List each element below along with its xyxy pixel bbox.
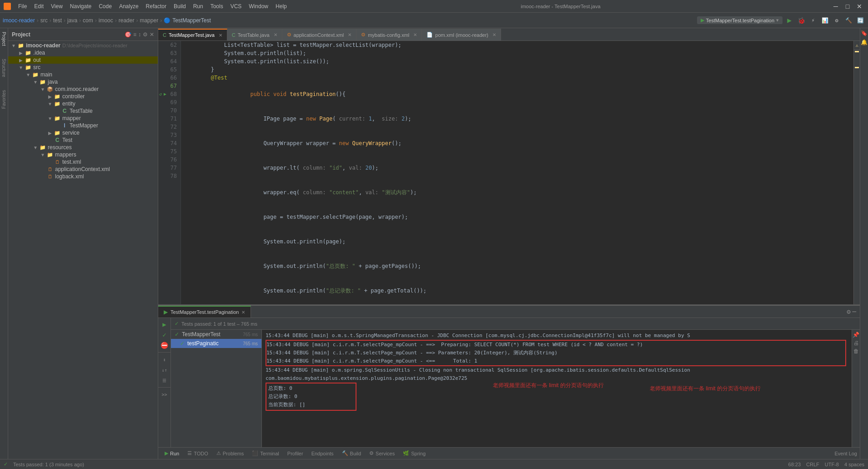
run-btn[interactable]: ▶ [784,15,794,25]
tree-mapper[interactable]: ▼ 📁 mapper [8,115,158,122]
bottom-tab-endpoints[interactable]: Endpoints [308,450,337,457]
tree-idea[interactable]: ▶ 📁 .idea [8,49,158,56]
panel-locate-icon[interactable]: 🎯 [125,31,131,38]
tree-entity[interactable]: ▼ 📁 entity [8,100,158,107]
update-btn[interactable]: 🔄 [855,15,865,25]
bc-java[interactable]: java [67,17,77,24]
menu-vcs[interactable]: VCS [227,2,246,10]
tab-appctx[interactable]: ⚙ applicationContext.xml ✕ [282,29,357,40]
tab-close-3[interactable]: ✕ [348,32,351,37]
run-output[interactable]: 15:43:44 DEBUG [main] o.m.s.t.SpringMana… [262,330,852,447]
run-config-label[interactable]: TestMapperTest.testPagination [706,18,774,23]
tree-test-class[interactable]: C Test [8,136,158,144]
bottom-tab-problems[interactable]: ⚠ Problems [213,449,247,457]
debug-btn[interactable]: 🐞 [796,15,806,25]
tree-java[interactable]: ▼ 📁 java [8,78,158,86]
breadcrumb-root[interactable]: imooc-reader [3,17,35,24]
tab-close-4[interactable]: ✕ [413,32,417,37]
status-crlf[interactable]: CRLF [806,462,819,467]
tab-testmappertest[interactable]: C TestMapperTest.java ✕ [158,29,227,40]
run-panel-gear-icon[interactable]: ⚙ [847,308,850,315]
bottom-tab-build[interactable]: 🔨 Build [338,449,365,457]
tree-testmapper[interactable]: I TestMapper [8,122,158,129]
tab-testtable[interactable]: C TestTable.java ✕ [227,29,282,40]
panel-close-icon[interactable]: ✕ [150,31,154,38]
menu-refactor[interactable]: Refactor [142,2,170,10]
run-more-btn[interactable]: >> [160,390,169,399]
bookmark-icon[interactable]: 🔖 [861,30,868,36]
maximize-btn[interactable]: □ [843,1,853,11]
bottom-tab-spring[interactable]: 🌿 Spring [399,449,429,457]
menu-tools[interactable]: Tools [207,2,227,10]
panel-print-icon[interactable]: 🖨 [853,340,859,346]
panel-collapse-icon[interactable]: ≡ [133,31,136,38]
tree-controller[interactable]: ▶ 📁 controller [8,93,158,100]
bc-imooc[interactable]: imooc [99,17,113,24]
status-position[interactable]: 68:23 [788,462,801,467]
run-config-dropdown-icon[interactable]: ▾ [776,17,779,23]
build-project-btn[interactable]: 🔨 [843,15,853,25]
tree-appctx[interactable]: 🗒 applicationContext.xml [8,166,158,173]
tree-out[interactable]: ▶ 📁 out [8,56,158,64]
status-indent[interactable]: 4 spaces [844,462,864,467]
panel-sort-icon[interactable]: ↕ [138,31,141,38]
menu-edit[interactable]: Edit [30,2,47,10]
run-tab-active[interactable]: ▶ TestMapperTest.testPagination ✕ [158,306,251,318]
panel-pin-icon[interactable]: 📌 [853,332,859,338]
tree-root[interactable]: ▼ 📁 imooc-reader D:\IdeaProjects\imooc-r… [8,42,158,49]
bc-com[interactable]: com [83,17,93,24]
tree-service[interactable]: ▶ 📁 service [8,129,158,136]
tree-testxml[interactable]: 🗒 test.xml [8,158,158,166]
tab-mybatis[interactable]: ⚙ mybatis-config.xml ✕ [356,29,422,40]
menu-code[interactable]: Code [95,2,115,10]
run-rerun-btn[interactable]: ✓ [160,330,169,339]
project-strip[interactable]: Project [0,30,7,48]
menu-analyze[interactable]: Analyze [115,2,142,10]
structure-strip[interactable]: Structure [0,57,7,79]
menu-view[interactable]: View [47,2,66,10]
close-btn[interactable]: ✕ [854,1,864,11]
menu-window[interactable]: Window [245,2,272,10]
run-stop-btn[interactable]: ⛔ [160,341,169,350]
run-sort-btn[interactable]: ↕ [160,355,169,364]
tree-mappers[interactable]: ▼ 📁 mappers [8,151,158,158]
test-root-item[interactable]: ✓ TestMapperTest 765 ms [171,330,261,339]
test-pagination-item[interactable]: ✓ testPaginatic 765 ms [171,339,261,348]
menu-navigate[interactable]: Navigate [66,2,95,10]
run-panel-min-icon[interactable]: ─ [853,308,856,315]
notification-icon[interactable]: 🔔 [861,39,868,45]
tree-logback[interactable]: 🗒 logback.xml [8,173,158,180]
settings-btn[interactable]: ⚙ [832,15,842,25]
run-tab-close[interactable]: ✕ [241,310,245,315]
code-content[interactable]: List<TestTable> list = testMapper.select… [181,41,853,304]
bottom-tab-services[interactable]: ⚙ Services [366,449,398,457]
tree-package[interactable]: ▼ 📦 com.imooc.reader [8,86,158,93]
run-sort2-btn[interactable]: ↓↑ [160,365,169,374]
minimize-btn[interactable]: ─ [831,1,841,11]
bc-src[interactable]: src [40,17,48,24]
tree-src[interactable]: ▼ 📁 src [8,64,158,71]
panel-trash-icon[interactable]: 🗑 [853,348,859,354]
tab-close-5[interactable]: ✕ [492,32,496,37]
bottom-tab-profiler[interactable]: Profiler [284,450,307,457]
coverage-btn[interactable]: ⚡ [808,15,818,25]
panel-settings-icon[interactable]: ⚙ [143,31,148,38]
bc-mapper[interactable]: mapper [140,17,158,24]
status-encoding[interactable]: UTF-8 [825,462,839,467]
tab-close-2[interactable]: ✕ [274,32,277,37]
tab-pom[interactable]: 📄 pom.xml (imooc-reader) ✕ [422,29,501,40]
tree-resources[interactable]: ▼ 📁 resources [8,144,158,151]
bottom-tab-todo[interactable]: ☰ TODO [184,449,212,457]
favorites-strip[interactable]: Favorites [0,88,7,111]
run-list-btn[interactable]: ☰ [160,376,169,385]
bc-test[interactable]: test [53,17,62,24]
tab-close-1[interactable]: ✕ [219,33,222,38]
menu-run[interactable]: Run [190,2,207,10]
menu-help[interactable]: Help [272,2,291,10]
tree-main[interactable]: ▼ 📁 main [8,71,158,78]
profile-btn[interactable]: 📊 [820,15,830,25]
menu-file[interactable]: File [15,2,30,10]
bottom-tab-run[interactable]: ▶ Run [161,449,183,457]
tree-testtable[interactable]: C TestTable [8,107,158,115]
event-log-link[interactable]: Event Log [834,451,857,456]
